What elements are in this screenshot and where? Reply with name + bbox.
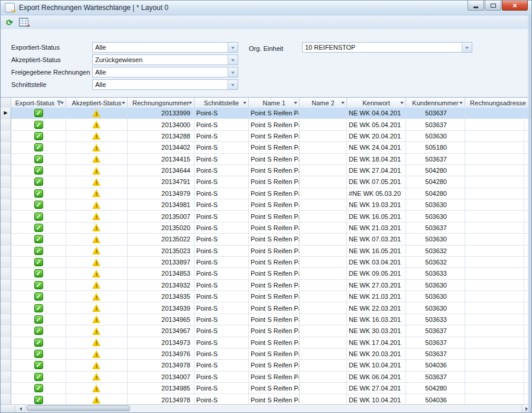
column-dropdown-icon[interactable] [189,102,192,106]
row-selector[interactable] [1,314,11,325]
row-selector[interactable] [1,372,11,382]
column-dropdown-icon[interactable] [341,102,345,106]
filter-akzeptiert-status-select[interactable]: Zurückgewiesen [92,54,238,65]
table-row[interactable]: ✓ ! 20134853 Point-S Point S Reifen Par … [1,268,531,279]
row-selector[interactable] [1,234,11,244]
table-row[interactable]: ✓ ! 20134791 Point-S Point S Reifen Par … [1,176,531,188]
column-dropdown-icon[interactable] [400,102,404,106]
row-selector[interactable] [1,268,11,279]
filter-org-einheit-value: 10 REIFENSTOP [303,43,462,52]
export-status-cell: ✓ [11,383,66,393]
table-row[interactable]: ✓ ! 20134415 Point-S Point S Reifen Par … [1,154,531,165]
column-header-kennwort[interactable]: Kennwort [347,98,406,108]
minimize-button[interactable] [468,1,484,11]
table-row[interactable]: ✓ ! 20134973 Point-S Point S Reifen Par … [1,337,531,349]
row-selector[interactable] [1,142,11,153]
horizontal-scrollbar[interactable] [1,404,531,412]
row-selector[interactable] [1,383,11,393]
table-row[interactable]: ✓ ! 20135023 Point-S Point S Reifen Par … [1,246,531,257]
scroll-left-button[interactable] [15,405,25,412]
rechnungsnummer-cell: 20134644 [128,165,194,176]
filter-schnittstelle-select[interactable]: Alle [92,79,238,90]
row-selector[interactable] [1,199,11,210]
table-row[interactable]: ✓ ! 20134979 Point-S Point S Reifen Par … [1,188,531,199]
export-grid-icon [19,18,28,27]
table-row[interactable]: ✓ ! 20134978 Point-S Point S Reifen Par … [1,360,531,371]
column-dropdown-icon[interactable] [243,102,246,106]
table-row[interactable]: ✓ ! 20135020 Point-S Point S Reifen Par … [1,222,531,234]
table-row[interactable]: ✓ ! 20135007 Point-S Point S Reifen Par … [1,211,531,222]
column-header-rechnungsadresse[interactable]: Rechnungsadresse [465,98,531,108]
row-selector[interactable] [1,349,11,359]
column-header-akzeptiert-status[interactable]: Akzeptiert-Status [66,98,128,108]
row-selector[interactable]: ▶ [1,108,11,118]
column-dropdown-icon[interactable] [294,102,297,106]
table-row[interactable]: ✓ ! 20134932 Point-S Point S Reifen Par … [1,280,531,291]
row-selector[interactable] [1,360,11,370]
row-selector[interactable] [1,131,11,141]
row-selector[interactable] [1,119,11,130]
filter-freigegebene-rechnungen-select[interactable]: Alle [92,67,238,78]
table-row[interactable]: ✓ ! 20134965 Point-S Point S Reifen Par … [1,314,531,325]
scrollbar-thumb[interactable] [27,405,130,411]
row-selector[interactable] [1,337,11,348]
column-header-name2[interactable]: Name 2 [300,98,347,108]
table-row[interactable]: ✓ ! 20134288 Point-S Point S Reifen Par … [1,131,531,142]
chevron-down-icon[interactable] [228,43,238,52]
filter-org-einheit-select[interactable]: 10 REIFENSTOP [302,42,472,53]
export-button[interactable] [18,17,30,28]
export-status-cell: ✓ [11,154,66,164]
maximize-icon [491,4,496,8]
chevron-down-icon[interactable] [462,43,472,52]
app-window-icon[interactable] [5,3,15,12]
row-selector[interactable] [1,257,11,267]
table-row[interactable]: ✓ ! 20134967 Point-S Point S Reifen Par … [1,325,531,337]
row-selector[interactable] [1,222,11,233]
chevron-down-icon[interactable] [228,67,238,77]
table-row[interactable]: ▶ ✓ ! 20133999 Point-S Point S Reifen Pa… [1,108,531,119]
row-selector[interactable] [1,165,11,176]
maximize-button[interactable] [485,1,501,11]
row-selector[interactable] [1,176,11,187]
table-row[interactable]: ✓ ! 20134007 Point-S Point S Reifen Par … [1,372,531,383]
name1-cell: Point S Reifen Par [249,394,300,405]
scrollbar-track[interactable] [25,405,521,412]
chevron-down-icon[interactable] [228,80,238,89]
table-row[interactable]: ✓ ! 20134000 Point-S Point S Reifen Par … [1,119,531,130]
row-selector[interactable] [1,188,11,199]
row-selector[interactable] [1,154,11,164]
table-row[interactable]: ✓ ! 20134976 Point-S Point S Reifen Par … [1,349,531,360]
column-header-schnittstelle[interactable]: Schnittstelle [194,98,249,108]
table-row[interactable]: ✓ ! 20134402 Point-S Point S Reifen Par … [1,142,531,153]
column-header-rechnungsnummer[interactable]: Rechnungsnummer [128,98,194,108]
rechnungsadresse-cell [465,383,524,393]
table-row[interactable]: ✓ ! 20133897 Point-S Point S Reifen Par … [1,257,531,268]
table-row[interactable]: ✓ ! 20135022 Point-S Point S Reifen Par … [1,234,531,245]
row-selector[interactable] [1,246,11,256]
column-dropdown-icon[interactable] [60,102,64,106]
chevron-down-icon[interactable] [228,55,238,64]
row-selector[interactable] [1,394,11,405]
row-selector[interactable] [1,280,11,291]
row-selector[interactable] [1,325,11,336]
table-row[interactable]: ✓ ! 20134644 Point-S Point S Reifen Par … [1,165,531,176]
export-status-cell: ✓ [11,302,66,313]
filter-exportiert-status-select[interactable]: Alle [92,42,238,53]
kennwort-cell: NE WK 21.03.201 [347,222,406,233]
column-dropdown-icon[interactable] [122,102,125,106]
column-header-name1[interactable]: Name 1 [249,98,300,108]
column-header-kundennummer[interactable]: Kundennummer [406,98,465,108]
row-selector[interactable] [1,291,11,302]
refresh-button[interactable] [4,17,15,28]
close-button[interactable] [502,1,528,11]
table-row[interactable]: ✓ ! 20134981 Point-S Point S Reifen Par … [1,199,531,211]
table-row[interactable]: ✓ ! 20134939 Point-S Point S Reifen Par … [1,302,531,314]
row-selector[interactable] [1,302,11,313]
column-dropdown-icon[interactable] [459,102,463,106]
kundennummer-cell: 504280 [406,165,465,176]
column-header-export-status[interactable]: Export-Status [11,98,66,108]
table-row[interactable]: ✓ ! 20134985 Point-S Point S Reifen Par … [1,383,531,394]
table-row[interactable]: ✓ ! 20134935 Point-S Point S Reifen Par … [1,291,531,302]
table-row[interactable]: ✓ ! 20134978 Point-S Point S Reifen Par … [1,394,531,405]
row-selector[interactable] [1,211,11,221]
